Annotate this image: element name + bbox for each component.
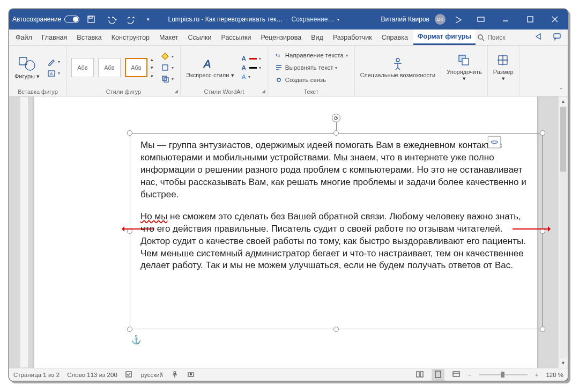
text-fill-button[interactable]: A▾ bbox=[240, 54, 263, 63]
textbox-button[interactable]: A▾ bbox=[45, 68, 62, 79]
group-text: ⇆Направление текста▾ Выровнять текст▾ Со… bbox=[268, 46, 355, 96]
ribbon-present-icon[interactable] bbox=[451, 13, 466, 26]
tab-view[interactable]: Вид bbox=[307, 31, 328, 45]
express-styles-button[interactable]: A Экспресс-стили ▾ bbox=[185, 56, 235, 79]
text-box-content[interactable]: Мы — группа энтузиастов, одержимых идеей… bbox=[140, 139, 532, 323]
tab-references[interactable]: Ссылки bbox=[183, 31, 216, 45]
shape-style-2[interactable]: Абв bbox=[98, 58, 121, 77]
zoom-out-button[interactable]: − bbox=[468, 372, 472, 378]
document-area[interactable]: ⟳ Мы — группа энтузиастов, одержимых иде… bbox=[9, 97, 568, 368]
rotate-handle-icon[interactable]: ⟳ bbox=[332, 114, 340, 122]
spellcheck-icon[interactable] bbox=[125, 370, 133, 380]
text-outline-button[interactable]: A▾ bbox=[240, 63, 263, 72]
handle-top-left[interactable] bbox=[127, 130, 132, 136]
paragraph-1: Мы — группа энтузиастов, одержимых идеей… bbox=[140, 139, 532, 201]
anchor-icon[interactable]: ⚓ bbox=[131, 335, 142, 345]
text-box-selection[interactable]: ⟳ Мы — группа энтузиастов, одержимых иде… bbox=[130, 133, 543, 329]
style-gallery-down-icon[interactable]: ▾ bbox=[150, 64, 154, 71]
create-link-button[interactable]: Создать связь bbox=[272, 75, 350, 85]
vertical-scrollbar[interactable]: ▲ ▼ bbox=[558, 97, 568, 368]
shapes-button[interactable]: Фигуры ▾ bbox=[13, 55, 41, 80]
scroll-down-icon[interactable]: ▼ bbox=[559, 358, 568, 368]
view-print-icon[interactable] bbox=[432, 369, 444, 381]
shapes-label: Фигуры bbox=[14, 73, 35, 79]
group-label-accessibility bbox=[359, 87, 436, 95]
tab-mailings[interactable]: Рассылки bbox=[217, 31, 255, 45]
shape-effects-button[interactable]: ▾ bbox=[159, 73, 176, 84]
view-read-icon[interactable] bbox=[415, 370, 424, 380]
svg-text:A: A bbox=[203, 58, 211, 70]
toggle-icon bbox=[64, 16, 79, 23]
svg-rect-4 bbox=[528, 17, 533, 22]
accessibility-button[interactable]: Специальные возможности bbox=[359, 56, 436, 79]
shape-outline-button[interactable]: ▾ bbox=[159, 62, 176, 73]
text-direction-button[interactable]: ⇆Направление текста▾ bbox=[272, 50, 350, 61]
status-page[interactable]: Страница 1 из 2 bbox=[13, 372, 60, 378]
tab-layout[interactable]: Макет bbox=[155, 31, 182, 45]
zoom-level[interactable]: 120 % bbox=[546, 372, 563, 378]
autosave-toggle[interactable]: Автосохранение bbox=[12, 16, 79, 23]
close-button[interactable] bbox=[545, 9, 565, 29]
group-shape-styles: Абв Абв Абв ▴ ▾ ▾ ▾ ▾ ▾ Стили фигур ◢ bbox=[67, 46, 181, 96]
tab-insert[interactable]: Вставка bbox=[72, 31, 106, 45]
tab-review[interactable]: Рецензирова bbox=[257, 31, 306, 45]
collapse-ribbon-icon[interactable]: ⌃ bbox=[559, 87, 563, 94]
save-icon[interactable] bbox=[84, 13, 99, 26]
shape-style-3[interactable]: Абв bbox=[125, 58, 147, 77]
status-language[interactable]: русский bbox=[141, 372, 163, 378]
svg-rect-1 bbox=[89, 16, 92, 18]
tab-shape-format[interactable]: Формат фигуры bbox=[413, 29, 476, 45]
minimize-button[interactable] bbox=[496, 9, 515, 29]
ribbon: Фигуры ▾ ▾ A▾ Вставка фигур Абв Абв Абв … bbox=[9, 46, 568, 97]
maximize-button[interactable] bbox=[521, 9, 540, 29]
undo-icon[interactable]: ▾ bbox=[103, 13, 120, 26]
svg-rect-2 bbox=[478, 17, 484, 21]
style-gallery-more-icon[interactable]: ▾ bbox=[150, 72, 154, 80]
macro-record-icon[interactable] bbox=[187, 370, 195, 380]
handle-top[interactable] bbox=[333, 130, 339, 136]
svg-point-7 bbox=[478, 35, 482, 39]
scroll-thumb[interactable] bbox=[560, 107, 566, 172]
scroll-up-icon[interactable]: ▲ bbox=[559, 97, 568, 106]
comments-button[interactable] bbox=[548, 29, 566, 46]
handle-bottom-right[interactable] bbox=[540, 327, 545, 332]
tab-home[interactable]: Главная bbox=[38, 31, 72, 45]
edit-shape-button[interactable]: ▾ bbox=[45, 57, 62, 68]
zoom-slider[interactable] bbox=[479, 374, 528, 375]
tab-help[interactable]: Справка bbox=[377, 31, 412, 45]
accessibility-status-icon[interactable] bbox=[170, 370, 179, 380]
ribbon-display-icon[interactable] bbox=[471, 9, 491, 29]
qat-more-icon[interactable]: ▾ bbox=[144, 14, 153, 24]
svg-text:⇆: ⇆ bbox=[276, 53, 280, 58]
avatar[interactable]: ВК bbox=[435, 14, 446, 25]
status-words[interactable]: Слово 113 из 200 bbox=[67, 372, 117, 378]
tab-design[interactable]: Конструктор bbox=[107, 31, 154, 45]
arrange-button[interactable]: Упорядочить▾ bbox=[446, 53, 482, 83]
redo-icon[interactable] bbox=[124, 13, 139, 26]
shape-styles-launcher-icon[interactable]: ◢ bbox=[174, 88, 178, 94]
tab-file[interactable]: Файл bbox=[11, 31, 36, 45]
handle-bottom[interactable] bbox=[333, 327, 339, 332]
svg-rect-34 bbox=[435, 371, 441, 378]
align-text-button[interactable]: Выровнять текст▾ bbox=[272, 62, 350, 73]
tab-developer[interactable]: Разработчик bbox=[329, 31, 376, 45]
view-web-icon[interactable] bbox=[452, 370, 461, 380]
group-size: Размер▾ bbox=[488, 46, 519, 96]
text-effects-button[interactable]: A▾ bbox=[240, 72, 263, 81]
layout-options-icon[interactable] bbox=[488, 136, 501, 148]
user-name[interactable]: Виталий Каиров bbox=[381, 16, 429, 23]
share-button[interactable] bbox=[530, 29, 547, 46]
zoom-in-button[interactable]: + bbox=[535, 372, 539, 378]
shape-fill-button[interactable]: ▾ bbox=[159, 51, 176, 62]
ribbon-tabs: Файл Главная Вставка Конструктор Макет С… bbox=[9, 29, 568, 46]
status-bar: Страница 1 из 2 Слово 113 из 200 русский… bbox=[9, 368, 568, 381]
group-label-insert-shapes: Вставка фигур bbox=[13, 87, 62, 95]
size-button[interactable]: Размер▾ bbox=[492, 53, 515, 83]
search-box[interactable]: Поиск bbox=[477, 33, 505, 42]
wordart-launcher-icon[interactable]: ◢ bbox=[262, 88, 265, 94]
handle-top-right[interactable] bbox=[540, 130, 545, 136]
style-gallery-up-icon[interactable]: ▴ bbox=[150, 56, 154, 63]
handle-bottom-left[interactable] bbox=[127, 327, 132, 332]
shape-style-1[interactable]: Абв bbox=[71, 58, 94, 77]
group-insert-shapes: Фигуры ▾ ▾ A▾ Вставка фигур bbox=[9, 46, 67, 96]
